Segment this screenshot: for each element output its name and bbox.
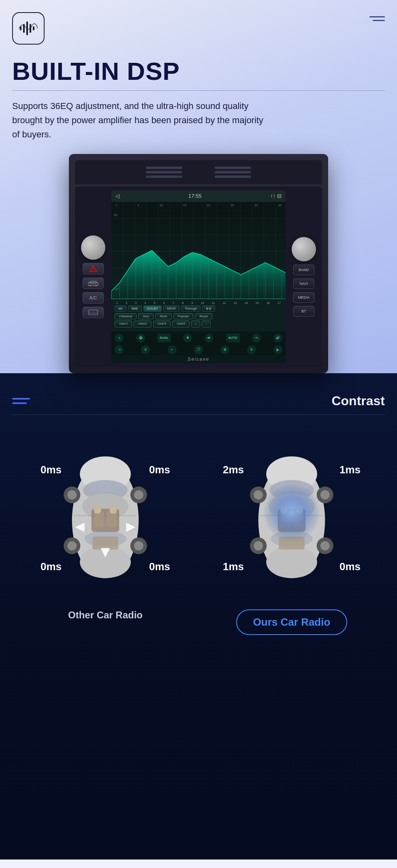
user2-btn[interactable]: User2 [134, 321, 151, 327]
hamburger-menu[interactable] [369, 12, 385, 21]
other-car-comparison: 0ms 0ms [12, 431, 198, 635]
svg-point-48 [67, 541, 77, 550]
corner-btn[interactable]: ⌐ [168, 345, 177, 354]
classical-btn[interactable]: Classical [115, 313, 137, 319]
back-btn[interactable]: ◁ [115, 345, 124, 354]
dts-btn[interactable]: dts [115, 306, 126, 312]
bottom-row2: ◁ 0 ⌐ 🎵 ⊟ 0 🔈 [111, 344, 286, 355]
status-icons: ↑↑ ⊟ [270, 193, 282, 199]
svg-point-55 [109, 506, 117, 513]
eq-db-top: 20 [114, 213, 117, 217]
ac-button[interactable]: A/C [83, 292, 104, 304]
svg-point-11 [95, 285, 97, 286]
time-display: 17:55 [188, 193, 202, 199]
bt-btn[interactable]: BT [293, 306, 314, 316]
other-car-svg [53, 455, 158, 585]
svg-point-68 [254, 490, 263, 499]
logo-box[interactable] [12, 12, 45, 45]
right-controls: BAND NAVI MEDIA BT [290, 190, 318, 363]
user1-btn[interactable]: User1 [115, 321, 132, 327]
our-delay-bottom-left: 1ms [223, 560, 244, 573]
add-btn[interactable]: ＋ [191, 321, 200, 327]
user3-btn[interactable]: User3 [153, 321, 171, 327]
fan-btn[interactable]: ⇌ [205, 334, 213, 342]
car-button[interactable] [83, 278, 104, 289]
vent-slot [215, 171, 251, 173]
svg-rect-4 [33, 26, 34, 30]
zero-left: 0 [141, 345, 150, 354]
svg-rect-56 [92, 537, 118, 549]
other-delay-bottom-left: 0ms [41, 560, 62, 573]
eq-controls: 123 456 789 101112 131415 1617 dts BB [111, 299, 286, 331]
through-btn[interactable]: Through [181, 306, 201, 312]
warning-button[interactable] [83, 263, 104, 274]
other-delay-bottom-right: 0ms [149, 560, 170, 573]
our-car-comparison: 2ms 1ms [198, 431, 385, 635]
rock-btn[interactable]: Rock [155, 313, 171, 319]
svg-point-54 [94, 506, 101, 513]
svg-point-50 [134, 541, 143, 550]
sync-btn[interactable]: ↪ [252, 334, 261, 342]
logo-icon [18, 18, 38, 38]
screen-area: ◁ 17:55 ↑↑ ⊟ 1 5 10 15 20 25 30 [111, 190, 286, 363]
eq-presets-row: Classical Jazz Rock Popular Reset [115, 313, 282, 319]
our-car-svg [239, 455, 344, 585]
right-knob[interactable] [292, 237, 316, 261]
home-btn[interactable]: ⌂ [115, 334, 124, 342]
snow-btn[interactable]: ❄ [183, 334, 192, 342]
our-car-container: 2ms 1ms [231, 431, 352, 601]
svg-point-81 [259, 483, 324, 548]
screen-topbar: ◁ 17:55 ↑↑ ⊟ [111, 190, 286, 202]
dual-btn[interactable]: DUAL [157, 334, 171, 342]
other-car-container: 0ms 0ms [45, 431, 166, 601]
contrast-header: Contrast [12, 385, 385, 415]
our-car-svg-wrapper [239, 455, 344, 585]
left-controls: A/C [79, 190, 107, 363]
vol-up-btn[interactable]: 🔊 [273, 334, 282, 342]
back-icon[interactable]: ◁ [115, 193, 120, 199]
extra-btn[interactable]: ⊕⊕ [202, 306, 215, 312]
reset-btn[interactable]: Reset [195, 313, 212, 319]
radio-body: A/C ◁ 17:55 ↑↑ ⊟ 1 [75, 186, 322, 367]
other-car-svg-wrapper [53, 455, 158, 585]
user5-btn[interactable]: User5 [172, 321, 190, 327]
minus-btn[interactable]: － [202, 321, 211, 327]
popular-btn[interactable]: Popular [173, 313, 194, 319]
vent-slot [146, 167, 182, 169]
eq-curve-svg [111, 218, 286, 299]
radio-vents [75, 160, 322, 184]
zero-right: 0 [247, 345, 256, 354]
dolby-btn[interactable]: DOLBY [143, 306, 162, 312]
eq-display: 1 5 10 15 20 25 30 36 20 -20 [111, 202, 286, 299]
eq-effects-row: dts BBE DOLBY SRS® Through ⊕⊕ [115, 306, 282, 312]
srs-btn[interactable]: SRS® [163, 306, 179, 312]
vent-slot [146, 175, 182, 178]
svg-point-74 [320, 541, 330, 550]
contrast-icon [12, 398, 30, 404]
vent-slot [146, 171, 182, 173]
screen-button[interactable] [83, 307, 104, 318]
title-divider [12, 90, 385, 91]
bar-btn[interactable]: ⊟ [220, 345, 229, 354]
bbe-btn[interactable]: BBE [128, 306, 142, 312]
header [12, 12, 385, 45]
svg-point-72 [254, 541, 263, 550]
svg-point-70 [320, 490, 330, 499]
ours-car-radio-button[interactable]: Ours Car Radio [236, 609, 348, 635]
left-knob[interactable] [81, 235, 105, 260]
top-section: BUILT-IN DSP Supports 36EQ adjustment, a… [0, 0, 397, 373]
media-btn[interactable]: MEDIA [293, 292, 314, 303]
jazz-btn[interactable]: Jazz [138, 313, 154, 319]
power-btn[interactable]: ⏻ [136, 334, 145, 342]
music-btn[interactable]: 🎵 [194, 345, 203, 354]
auto-btn[interactable]: AUTO [226, 334, 240, 342]
svg-point-10 [90, 285, 91, 286]
contrast-title: Contrast [331, 393, 385, 408]
vol-down-btn[interactable]: 🔈 [273, 345, 282, 354]
vent-left [146, 167, 182, 178]
bottom-section: Contrast 0ms 0ms [0, 373, 397, 859]
car-radio-device: A/C ◁ 17:55 ↑↑ ⊟ 1 [69, 154, 328, 373]
band-btn[interactable]: BAND [293, 265, 314, 275]
navi-btn[interactable]: NAVI [293, 278, 314, 289]
comparison-wrapper: 0ms 0ms [12, 431, 385, 635]
